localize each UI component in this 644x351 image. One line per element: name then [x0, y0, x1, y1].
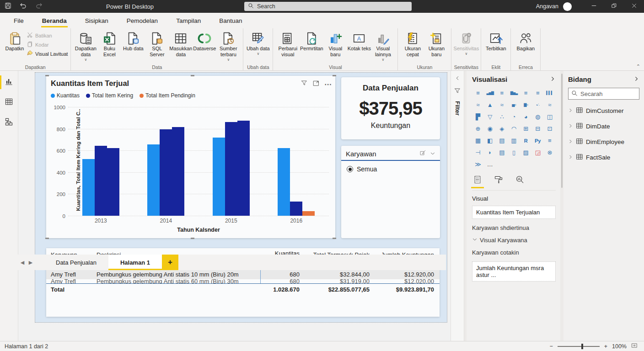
chevron-down-icon[interactable]	[430, 150, 435, 158]
ribbon-button-buku-excel[interactable]: Buku Excel	[97, 30, 121, 58]
add-page-button[interactable]: +	[162, 255, 178, 270]
bar-kuantitas-2015[interactable]	[213, 138, 225, 216]
selection-handle[interactable]	[191, 75, 194, 76]
bar-chart-visual[interactable]: Kuantitas Item Terjual ⋯ KuantitasTotal …	[46, 76, 335, 238]
chevron-right-icon[interactable]	[550, 75, 556, 83]
card-visual-icon[interactable]: ⊡	[544, 123, 556, 134]
ribbon-button-kotak-teks[interactable]: AKotak teks	[347, 30, 371, 52]
shape-map-icon[interactable]: ◈	[496, 123, 508, 134]
fit-to-page-icon[interactable]	[631, 342, 638, 350]
bar-total-item-kering-2015[interactable]	[225, 122, 237, 216]
bar-total-item-pendingin-2013[interactable]	[107, 148, 119, 216]
sidebar-model-view[interactable]	[0, 114, 18, 131]
selection-handle[interactable]	[45, 238, 49, 239]
zoom-in-icon[interactable]: +	[604, 343, 607, 350]
page-tab-halaman-1[interactable]: Halaman 1	[108, 255, 162, 270]
zoom-out-icon[interactable]: −	[549, 343, 553, 350]
minimize-button[interactable]	[584, 0, 604, 13]
more-options-icon[interactable]: …	[484, 159, 496, 170]
zoom-slider[interactable]	[558, 346, 600, 347]
card-visual[interactable]: Data Penjualan $375,95 Keuntungan	[341, 77, 440, 139]
stacked-column-chart-icon[interactable]: ≡	[496, 88, 508, 98]
undo-button[interactable]	[16, 0, 31, 13]
bar-kuantitas-2014[interactable]	[147, 144, 160, 216]
ribbon-button-masukkan-data[interactable]: Masukkan data	[169, 30, 193, 58]
pie-chart-icon[interactable]: ◔	[508, 112, 520, 122]
avatar[interactable]	[563, 2, 572, 11]
ribbon-button-sensitivitas[interactable]: Sensitivitas∨	[454, 30, 478, 56]
ribbon-button-visual-lavituat[interactable]: Visual Lavituat	[27, 50, 68, 58]
ribbon-button-batikan[interactable]: Batikan	[27, 32, 68, 39]
selection-handle[interactable]	[45, 75, 49, 76]
ribbon-button-dapatkan-data[interactable]: Dapatkan data∨	[74, 30, 97, 62]
bar-kuantitas-2013[interactable]	[82, 159, 95, 216]
decomposition-tree-icon[interactable]: ⊣	[472, 147, 484, 158]
panel-scrollbar[interactable]	[561, 74, 563, 188]
report-canvas[interactable]: Kuantitas Item Terjual ⋯ KuantitasTotal …	[18, 71, 451, 341]
restore-button[interactable]	[604, 0, 624, 13]
selection-handle[interactable]	[191, 238, 194, 239]
scatter-chart-icon[interactable]: ∴	[496, 112, 508, 122]
ribbon-chart-icon[interactable]: ▍▍▍	[544, 88, 556, 98]
redo-button[interactable]	[31, 0, 47, 13]
menu-tampilan[interactable]: Tampilan	[169, 15, 208, 27]
line-clustered-column-chart-icon[interactable]: ▇≈	[520, 100, 532, 110]
slicer-visual-icon[interactable]: ▤	[496, 135, 508, 146]
multi-row-card-icon[interactable]: ▦	[472, 135, 484, 146]
key-influencers-icon[interactable]: ⊗	[544, 147, 556, 158]
page-tab-data-penjualan[interactable]: Data Penjualan	[44, 255, 108, 270]
matrix-visual-icon[interactable]: ⊟	[532, 123, 544, 134]
sidebar-report-view[interactable]	[0, 74, 18, 91]
field-table-dimdate[interactable]: DimDate	[568, 122, 639, 131]
next-page-icon[interactable]: ▶	[27, 260, 35, 266]
focus-mode-icon[interactable]	[312, 80, 320, 89]
prev-page-icon[interactable]: ◀	[18, 260, 27, 266]
ribbon-area-chart-icon[interactable]: ≈	[544, 100, 556, 110]
zoom-slider-thumb[interactable]	[581, 344, 583, 349]
field-row-3[interactable]: Karyawan cotakin	[472, 249, 556, 256]
bar-kuantitas-2016[interactable]	[278, 148, 290, 216]
ribbon-button-perbarui-visual[interactable]: Perbarui visual	[276, 30, 300, 58]
user-name[interactable]: Angavan	[536, 3, 558, 10]
bar-total-item-kering-2014[interactable]	[160, 129, 172, 216]
field-table-dimcustomer[interactable]: DimCustomer	[568, 106, 639, 115]
paginated-report-icon[interactable]: ▤	[496, 147, 508, 158]
field-row-1[interactable]: Karyawan shdiertinua	[472, 224, 556, 231]
menu-beranda[interactable]: Beranda	[35, 15, 74, 27]
table-row[interactable]: Amy TreflPembungkus gelembung Anti stati…	[46, 270, 440, 279]
ribbon-button-visual-lainnya[interactable]: Visual lainnya∨	[371, 30, 395, 62]
tab-analytics[interactable]	[514, 174, 525, 188]
search-input[interactable]: Search	[244, 2, 412, 11]
clustered-bar-chart-icon[interactable]: ▇▅▃	[508, 88, 520, 98]
filled-map-icon[interactable]: ◉	[484, 123, 496, 134]
qa-visual-icon[interactable]: ◗	[484, 147, 496, 158]
stacked-bar-chart-icon[interactable]: ≡	[472, 88, 484, 98]
bar-total-item-kering-2013[interactable]	[95, 146, 107, 216]
map-icon[interactable]: ⊕	[472, 123, 484, 134]
ribbon-button-visual-baru[interactable]: Visual baru	[323, 30, 347, 58]
get-more-visuals-icon[interactable]: ≫	[472, 159, 484, 170]
line-chart-icon[interactable]: ≈	[472, 100, 484, 110]
area-chart-icon[interactable]: ▲	[484, 100, 496, 110]
menu-bantuan[interactable]: Bantuan	[212, 15, 249, 27]
chevron-right-icon[interactable]	[568, 123, 573, 130]
filter-icon[interactable]	[301, 80, 308, 89]
power-apps-icon[interactable]: ◲	[532, 147, 544, 158]
azure-map-icon[interactable]: ◠	[508, 123, 520, 134]
clustered-column-chart-icon[interactable]: ▃▅▇	[484, 88, 496, 98]
sidebar-data-view[interactable]	[0, 94, 18, 111]
scatter-column-chart-icon[interactable]: ▪∴	[532, 100, 544, 110]
python-visual-icon[interactable]: Py	[532, 135, 544, 146]
ribbon-button-sumber-terbaru[interactable]: Sumber terbaru∨	[216, 30, 240, 62]
ribbon-button-sql-server[interactable]: SQL Server	[145, 30, 169, 58]
treemap-chart-icon[interactable]: ◫	[544, 112, 556, 122]
ribbon-button-terbitkan[interactable]: Terbitkan	[484, 30, 508, 52]
ribbon-button-hub-data[interactable]: Hub data	[121, 30, 145, 52]
selection-handle[interactable]	[333, 75, 336, 76]
chevron-right-icon[interactable]	[633, 75, 639, 83]
menu-pemodelan[interactable]: Pemodelan	[119, 15, 165, 27]
legend-item[interactable]: Total Item Pendingin	[140, 92, 195, 99]
table-row-clipped[interactable]: Amy TreflPembungkus gelembung Anti stati…	[46, 279, 440, 283]
tab-format[interactable]	[493, 174, 504, 188]
chevron-right-icon[interactable]	[568, 107, 573, 114]
